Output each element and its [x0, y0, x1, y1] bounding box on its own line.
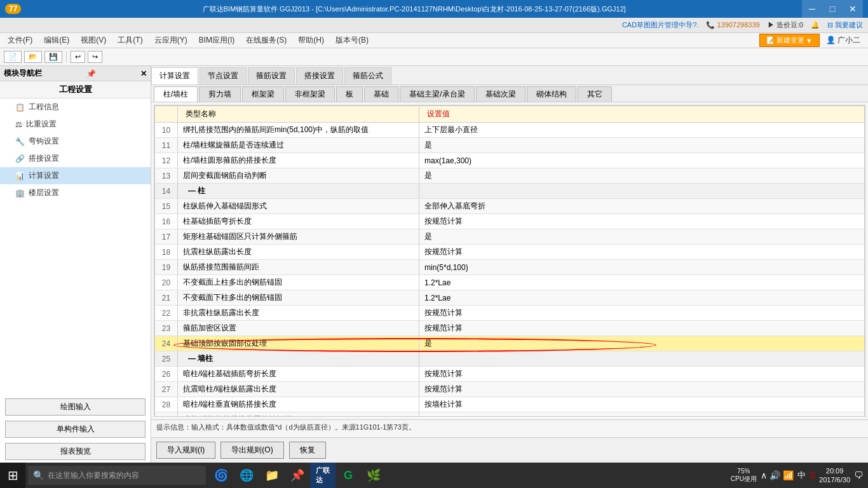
- table-body: 10绑扎搭接范围内的箍筋间距min(5d,100)中，纵筋的取值上下层最小直径1…: [155, 123, 865, 417]
- row-name-cell: 纵筋搭接范围箍筋间距: [178, 260, 419, 275]
- row-value-cell: 全部伸入基底弯折: [419, 199, 865, 214]
- row-name-cell: 暗柱/端柱垂直钢筋搭接长度: [178, 397, 419, 412]
- taskbar-app-green[interactable]: 🌿: [361, 463, 386, 488]
- tab2-other[interactable]: 其它: [578, 86, 612, 102]
- table-row[interactable]: 19纵筋搭接范围箍筋间距min(5*d,100): [155, 260, 865, 275]
- taskbar-app-g[interactable]: G: [336, 463, 361, 488]
- toolbar-new[interactable]: 📄: [4, 51, 22, 63]
- taskbar-start-button[interactable]: ⊞: [0, 463, 25, 488]
- tab2-non-frame-beam[interactable]: 非框架梁: [285, 86, 335, 102]
- tabs-row2: 柱/墙柱 剪力墙 框架梁 非框架梁 板 基础 基础主梁/承台梁 基础次梁 砌体结…: [151, 85, 868, 102]
- tab2-shear-wall[interactable]: 剪力墙: [199, 86, 241, 102]
- taskbar-notification[interactable]: 🗨: [854, 470, 863, 480]
- taskbar-app-game[interactable]: 广联达: [310, 463, 336, 488]
- row-num-cell: 10: [155, 123, 178, 138]
- row-value-cell: 按规范计算: [419, 214, 865, 229]
- table-area[interactable]: 类型名称 设置值 10绑扎搭接范围内的箍筋间距min(5d,100)中，纵筋的取…: [154, 105, 865, 417]
- menu-cloud[interactable]: 云应用(Y): [149, 34, 193, 47]
- table-row[interactable]: 27抗震暗柱/端柱纵筋露出长度按规范计算: [155, 382, 865, 397]
- menu-edit[interactable]: 编辑(E): [39, 34, 74, 47]
- table-row[interactable]: 10绑扎搭接范围内的箍筋间距min(5d,100)中，纵筋的取值上下层最小直径: [155, 123, 865, 138]
- sidebar-item-ratio-settings[interactable]: ⚖ 比重设置: [0, 116, 151, 133]
- tab2-frame-beam[interactable]: 框架梁: [242, 86, 284, 102]
- taskbar-app-pin[interactable]: 📌: [285, 463, 310, 488]
- tab2-foundation-main-beam[interactable]: 基础主梁/承台梁: [400, 86, 474, 102]
- export-rules-button[interactable]: 导出规则(O): [220, 442, 283, 459]
- row-num-cell: 19: [155, 260, 178, 275]
- taskbar: ⊞ 🔍 在这里输入你要搜索的内容 🌀 🌐 📁 📌 广联达 G 🌿 75%CPU使…: [0, 463, 868, 488]
- table-row[interactable]: 28暗柱/端柱垂直钢筋搭接长度按墙柱计算: [155, 397, 865, 412]
- row-value-cell: 按规范计算: [419, 306, 865, 321]
- taskbar-app-explorer[interactable]: 🌀: [208, 463, 234, 488]
- menu-tools[interactable]: 工具(T): [112, 34, 147, 47]
- row-value-cell: [419, 184, 865, 199]
- table-row[interactable]: 15柱纵筋伸入基础锚固形式全部伸入基底弯折: [155, 199, 865, 214]
- menu-online[interactable]: 在线服务(S): [241, 34, 292, 47]
- tab-splice-settings[interactable]: 搭接设置: [296, 67, 343, 85]
- table-row[interactable]: 16柱基础插筋弯折长度按规范计算: [155, 214, 865, 229]
- close-button[interactable]: ✕: [843, 0, 863, 18]
- taskbar-app-folder[interactable]: 📁: [259, 463, 285, 488]
- new-change-button[interactable]: 📝 新建变更 ▼: [759, 34, 820, 47]
- table-row[interactable]: 23箍筋加密区设置按规范计算: [155, 321, 865, 336]
- minimize-button[interactable]: ─: [802, 0, 822, 18]
- toolbar-save[interactable]: 💾: [44, 51, 62, 63]
- table-row[interactable]: 24基础顶部按嵌固部位处理是: [155, 336, 865, 351]
- toolbar-open[interactable]: 📂: [24, 51, 42, 63]
- help-label[interactable]: ⊟ 我要建议: [827, 20, 863, 30]
- tab2-foundation-secondary-beam[interactable]: 基础次梁: [476, 86, 526, 102]
- menu-help[interactable]: 帮助(H): [293, 34, 329, 47]
- menu-version[interactable]: 版本号(B): [330, 34, 374, 47]
- bell-icon[interactable]: 🔔: [811, 21, 820, 29]
- table-row[interactable]: 29暗柱/端柱纵筋搭接范围箍筋间距min(5*d,100): [155, 412, 865, 417]
- tab2-slab[interactable]: 板: [336, 86, 363, 102]
- restore-button[interactable]: 恢复: [289, 442, 326, 459]
- row-num-cell: 13: [155, 168, 178, 184]
- taskbar-search[interactable]: 🔍 在这里输入你要搜索的内容: [28, 466, 206, 485]
- sidebar-item-floor-settings[interactable]: 🏢 楼层设置: [0, 184, 151, 201]
- tab-stirrup-settings[interactable]: 箍筋设置: [248, 67, 295, 85]
- sidebar-header-label: 模块导航栏: [4, 68, 42, 79]
- table-row[interactable]: 18抗震柱纵筋露出长度按规范计算: [155, 245, 865, 260]
- table-row[interactable]: 11柱/墙柱螺旋箍筋是否连续通过是: [155, 138, 865, 153]
- toolbar-undo[interactable]: ↩: [71, 51, 85, 63]
- table-row[interactable]: 22非抗震柱纵筋露出长度按规范计算: [155, 306, 865, 321]
- table-row[interactable]: 14— 柱: [155, 184, 865, 199]
- tab2-column[interactable]: 柱/墙柱: [154, 86, 198, 102]
- sidebar-item-calc-settings[interactable]: 📊 计算设置: [0, 167, 151, 184]
- sidebar: 模块导航栏 📌 ✕ 工程设置 📋 工程信息 ⚖ 比重设置 🔧 弯钩设置 🔗 搭接…: [0, 66, 151, 463]
- tab-node-settings[interactable]: 节点设置: [200, 67, 247, 85]
- table-row[interactable]: 20不变截面上柱多出的钢筋锚固1.2*Lae: [155, 275, 865, 290]
- menu-view[interactable]: 视图(V): [76, 34, 111, 47]
- sidebar-close-icon[interactable]: ✕: [140, 69, 147, 78]
- tab-calc-settings[interactable]: 计算设置: [151, 67, 198, 85]
- table-row[interactable]: 26暗柱/端柱基础插筋弯折长度按规范计算: [155, 367, 865, 382]
- row-num-cell: 21: [155, 290, 178, 306]
- row-name-cell: 柱纵筋伸入基础锚固形式: [178, 199, 419, 214]
- import-rules-button[interactable]: 导入规则(I): [156, 442, 215, 459]
- row-value-cell: 按规范计算: [419, 321, 865, 336]
- table-row[interactable]: 17矩形柱基础锚固区只计算外侧箍筋是: [155, 229, 865, 245]
- row-num-cell: 28: [155, 397, 178, 412]
- taskbar-app-globe[interactable]: 🌐: [234, 463, 259, 488]
- table-row[interactable]: 25— 墙柱: [155, 351, 865, 367]
- menu-bim[interactable]: BIM应用(I): [194, 34, 240, 47]
- report-preview-button[interactable]: 报表预览: [5, 443, 146, 460]
- table-row[interactable]: 21不变截面下柱多出的钢筋锚固1.2*Lae: [155, 290, 865, 306]
- titlebar: 77 广联达BIM钢筋算量软件 GGJ2013 - [C:\Users\Admi…: [0, 0, 868, 18]
- menu-file[interactable]: 文件(F): [3, 34, 37, 47]
- row-num-cell: 14: [155, 184, 178, 199]
- table-row[interactable]: 13层间变截面钢筋自动判断是: [155, 168, 865, 184]
- tab2-masonry[interactable]: 砌体结构: [527, 86, 576, 102]
- sidebar-item-engineering-info[interactable]: 📋 工程信息: [0, 98, 151, 116]
- tab2-foundation[interactable]: 基础: [364, 86, 398, 102]
- sidebar-item-overlap-settings[interactable]: 🔗 搭接设置: [0, 150, 151, 167]
- tab-stirrup-formula[interactable]: 箍筋公式: [344, 67, 391, 85]
- sidebar-pin-icon[interactable]: 📌: [86, 69, 96, 78]
- toolbar-redo[interactable]: ↪: [88, 51, 102, 63]
- drawing-input-button[interactable]: 绘图输入: [5, 398, 146, 416]
- sidebar-item-structure-settings[interactable]: 🔧 弯钩设置: [0, 133, 151, 150]
- maximize-button[interactable]: □: [822, 0, 843, 18]
- single-component-button[interactable]: 单构件输入: [5, 421, 146, 438]
- table-row[interactable]: 12柱/墙柱圆形箍筋的搭接长度max(1ae,300): [155, 153, 865, 168]
